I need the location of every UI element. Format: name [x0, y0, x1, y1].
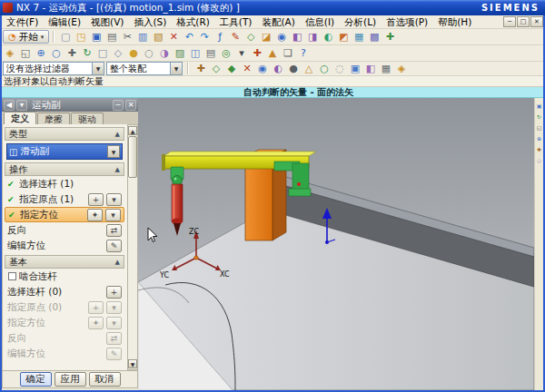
- child-minimize-button[interactable]: ─: [503, 16, 516, 27]
- isometric-view-icon[interactable]: ◇: [111, 46, 125, 60]
- facet-icon[interactable]: ▨: [173, 46, 187, 60]
- edit-orientation-row[interactable]: 编辑方位 ✎: [5, 238, 124, 253]
- tab-driver[interactable]: 驱动: [71, 113, 104, 124]
- select-link-button[interactable]: +: [106, 286, 122, 299]
- pattern-icon[interactable]: ▩: [367, 30, 382, 44]
- print-icon[interactable]: ▤: [104, 30, 119, 44]
- interference-icon[interactable]: ◈: [394, 62, 409, 75]
- shell-icon[interactable]: ▦: [352, 30, 366, 44]
- selection-scope-combo[interactable]: 整个装配 ▼: [106, 62, 183, 75]
- specify-origin-row[interactable]: ✔ 指定原点 (1) + ▾: [5, 191, 124, 207]
- expression-icon[interactable]: ƒ: [213, 30, 227, 44]
- orient-view-icon[interactable]: ◈: [3, 46, 17, 60]
- child-restore-button[interactable]: □: [517, 16, 530, 27]
- menu-format[interactable]: 格式(R): [172, 15, 214, 29]
- center-point-icon[interactable]: ◉: [255, 62, 270, 75]
- datum-plane-icon[interactable]: ◇: [243, 30, 258, 44]
- dialog-back-icon[interactable]: ◀: [4, 100, 15, 111]
- pan-view-icon[interactable]: ✚: [536, 145, 543, 152]
- dialog-close-icon[interactable]: ✕: [125, 100, 136, 111]
- menu-information[interactable]: 信息(I): [301, 15, 339, 29]
- chevron-down-icon[interactable]: ▼: [92, 63, 104, 74]
- cone-icon[interactable]: ▲: [265, 46, 280, 60]
- menu-tools[interactable]: 工具(T): [215, 15, 257, 29]
- zoom-icon[interactable]: ○: [49, 46, 64, 60]
- assembly-constraints-icon[interactable]: ▣: [348, 62, 362, 75]
- dialog-menu-icon[interactable]: ▾: [16, 100, 27, 111]
- clip-section-icon[interactable]: ◫: [188, 46, 203, 60]
- quadrant-point-icon[interactable]: ◐: [271, 62, 285, 75]
- menu-analysis[interactable]: 分析(L): [340, 15, 381, 29]
- pan-icon[interactable]: ✚: [64, 46, 79, 60]
- wave-link-icon[interactable]: ▦: [379, 62, 393, 75]
- collapse-icon[interactable]: ▲: [115, 166, 120, 173]
- zoom-box-icon[interactable]: ⊕: [536, 134, 543, 142]
- point-on-curve-icon[interactable]: ◌: [332, 62, 347, 75]
- intersection-point-icon[interactable]: ✕: [240, 62, 254, 75]
- save-icon[interactable]: ▣: [89, 30, 104, 44]
- menu-preferences[interactable]: 首选项(P): [382, 15, 432, 29]
- csys-dialog-button[interactable]: ✦: [87, 209, 103, 221]
- point-dialog-button[interactable]: +: [88, 193, 104, 206]
- copy-icon[interactable]: ▥: [135, 30, 150, 44]
- delete-icon[interactable]: ✕: [166, 30, 181, 44]
- menu-help[interactable]: 帮助(H): [433, 15, 476, 29]
- tab-friction[interactable]: 摩擦: [37, 113, 70, 124]
- point-dropdown-button[interactable]: ▾: [106, 193, 122, 206]
- show-hide-icon[interactable]: ◎: [219, 46, 233, 60]
- menu-view[interactable]: 视图(V): [86, 15, 128, 29]
- edit-orientation-button[interactable]: ✎: [106, 240, 122, 252]
- menu-edit[interactable]: 编辑(E): [44, 15, 85, 29]
- maximize-view-icon[interactable]: ▣: [536, 102, 543, 109]
- fit-all-icon[interactable]: ◱: [536, 123, 543, 131]
- extrude-icon[interactable]: ◪: [259, 30, 273, 44]
- help-context-icon[interactable]: ?: [296, 46, 311, 60]
- scroll-down-icon[interactable]: ▼: [128, 359, 137, 368]
- studio-render-icon[interactable]: ◑: [157, 46, 172, 60]
- child-close-button[interactable]: ✕: [530, 16, 543, 27]
- revolve-icon[interactable]: ◉: [274, 30, 289, 44]
- angle-point-icon[interactable]: △: [302, 62, 316, 75]
- sketch-icon[interactable]: ✎: [228, 30, 243, 44]
- orientation-dropdown-button[interactable]: ▾: [105, 209, 121, 221]
- subtract-icon[interactable]: ◨: [305, 30, 320, 44]
- menu-file[interactable]: 文件(F): [2, 15, 43, 29]
- front-view-icon[interactable]: □: [95, 46, 110, 60]
- ok-button[interactable]: 确定: [20, 372, 52, 387]
- chevron-down-icon[interactable]: ▼: [170, 63, 182, 74]
- select-link-row[interactable]: ✔ 选择连杆 (1): [5, 176, 124, 191]
- link-joint[interactable]: [171, 167, 183, 186]
- graphics-viewport[interactable]: ZC XC YC: [138, 98, 534, 390]
- window-icon[interactable]: ❏: [281, 46, 295, 60]
- unite-icon[interactable]: ◧: [290, 30, 304, 44]
- wireframe-icon[interactable]: ○: [142, 46, 156, 60]
- rotate-view-icon[interactable]: ↻: [80, 46, 94, 60]
- collapse-icon[interactable]: ▲: [115, 131, 120, 138]
- tangent-point-icon[interactable]: ○: [317, 62, 332, 75]
- paste-icon[interactable]: ▧: [151, 30, 165, 44]
- fit-view-icon[interactable]: ◱: [18, 46, 33, 60]
- collapse-icon[interactable]: ▲: [115, 259, 120, 266]
- section-header-type[interactable]: 类型 ▲: [5, 127, 124, 141]
- menu-assembly[interactable]: 装配(A): [257, 15, 299, 29]
- dialog-title-bar[interactable]: ◀ ▾ 运动副 ─ ✕: [2, 98, 138, 112]
- base-select-link-row[interactable]: 选择连杆 (0) +: [5, 284, 124, 299]
- new-icon[interactable]: ▢: [58, 30, 73, 44]
- layer-settings-icon[interactable]: ▤: [203, 46, 218, 60]
- redo-icon[interactable]: ↷: [197, 30, 212, 44]
- edge-blend-icon[interactable]: ◐: [321, 30, 335, 44]
- shaded-icon[interactable]: ●: [126, 46, 141, 60]
- specify-orientation-row[interactable]: ✔ 指定方位 ✦ ▾: [5, 207, 124, 222]
- start-button[interactable]: ◔ 开始 ▾: [3, 30, 49, 44]
- zoom-in-icon[interactable]: ⊕: [34, 46, 48, 60]
- move-component-icon[interactable]: ◧: [363, 62, 378, 75]
- scroll-up-icon[interactable]: ▲: [128, 126, 137, 135]
- selection-filter-combo[interactable]: 没有选择过滤器 ▼: [3, 62, 104, 75]
- mate-link-checkbox[interactable]: [8, 272, 16, 280]
- tab-define[interactable]: 定义: [4, 112, 36, 124]
- open-icon[interactable]: ◳: [74, 30, 88, 44]
- existing-point-icon[interactable]: ●: [286, 62, 301, 75]
- section-header-action[interactable]: 操作 ▲: [5, 162, 124, 176]
- joint-type-combo[interactable]: ◫ 滑动副 ▼: [6, 143, 123, 160]
- apply-button[interactable]: 应用: [54, 372, 86, 387]
